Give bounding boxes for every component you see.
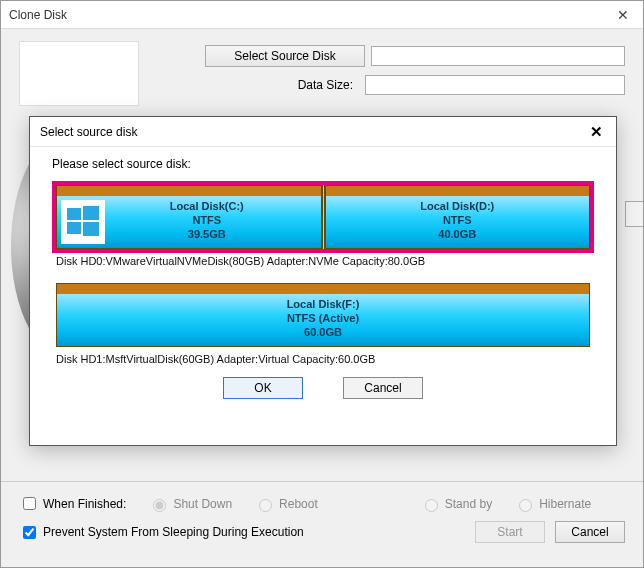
prevent-sleep-checkbox[interactable]: Prevent System From Sleeping During Exec…	[19, 523, 304, 542]
svg-rect-2	[67, 222, 81, 234]
reboot-radio[interactable]: Reboot	[254, 496, 318, 512]
select-source-disk-button[interactable]: Select Source Disk	[205, 45, 365, 67]
shutdown-radio[interactable]: Shut Down	[148, 496, 232, 512]
hibernate-radio[interactable]: Hibernate	[514, 496, 591, 512]
window-title: Clone Disk	[9, 8, 67, 22]
svg-rect-1	[83, 206, 99, 220]
partition-d[interactable]: Local Disk(D:) NTFS 40.0GB	[325, 185, 591, 249]
select-source-disk-dialog: Select source disk ✕ Please select sourc…	[29, 116, 617, 446]
modal-instruction: Please select source disk:	[52, 157, 594, 171]
modal-title: Select source disk	[40, 125, 137, 139]
disk-row[interactable]: Local Disk(F:) NTFS (Active) 60.0GB	[52, 279, 594, 351]
partition-c[interactable]: Local Disk(C:) NTFS 39.5GB	[56, 185, 322, 249]
source-thumb	[19, 41, 139, 106]
svg-rect-0	[67, 208, 81, 220]
modal-close-button[interactable]: ✕	[576, 117, 616, 147]
disk-meta: Disk HD1:MsftVirtualDisk(60GB) Adapter:V…	[52, 353, 594, 365]
when-finished-checkbox[interactable]: When Finished:	[19, 494, 126, 513]
bottom-bar: When Finished: Shut Down Reboot Stand by…	[1, 481, 643, 567]
standby-radio[interactable]: Stand by	[420, 496, 492, 512]
svg-rect-3	[83, 222, 99, 236]
modal-cancel-button[interactable]: Cancel	[343, 377, 423, 399]
start-button[interactable]: Start	[475, 521, 545, 543]
disk-meta: Disk HD0:VMwareVirtualNVMeDisk(80GB) Ada…	[52, 255, 594, 267]
options-button-edge[interactable]	[625, 201, 643, 227]
windows-icon	[61, 200, 105, 244]
data-size-label: Data Size:	[159, 78, 359, 92]
partition-f[interactable]: Local Disk(F:) NTFS (Active) 60.0GB	[56, 283, 590, 347]
modal-ok-button[interactable]: OK	[223, 377, 303, 399]
titlebar: Clone Disk ✕	[1, 1, 643, 29]
cancel-button[interactable]: Cancel	[555, 521, 625, 543]
main-body: Select Source Disk Data Size:	[1, 29, 643, 128]
clone-disk-window: Clone Disk ✕ Select Source Disk Data Siz…	[0, 0, 644, 568]
close-icon: ✕	[590, 123, 603, 141]
disk-row[interactable]: Local Disk(C:) NTFS 39.5GB Local Disk(D:…	[52, 181, 594, 253]
window-close-button[interactable]: ✕	[603, 1, 643, 29]
modal-titlebar: Select source disk ✕	[30, 117, 616, 147]
close-icon: ✕	[617, 7, 629, 23]
data-size-field[interactable]	[365, 75, 625, 95]
source-disk-field[interactable]	[371, 46, 625, 66]
